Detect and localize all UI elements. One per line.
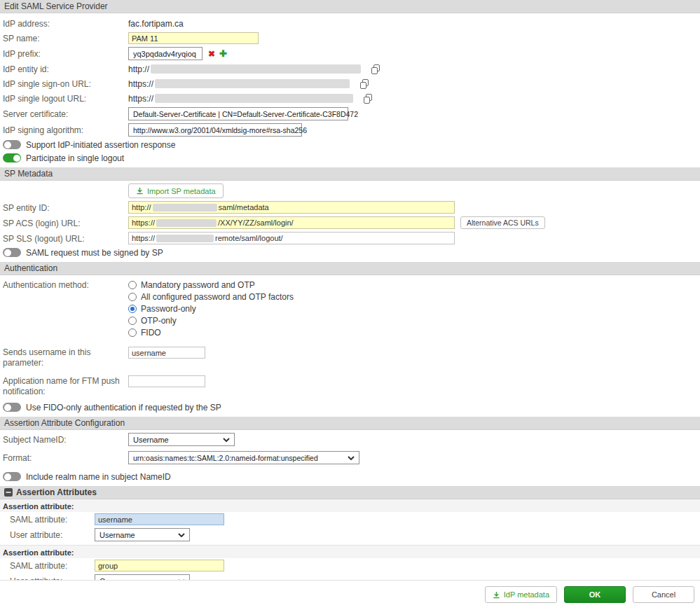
ftm-name-input[interactable] bbox=[128, 375, 205, 387]
copy-icon[interactable] bbox=[371, 64, 380, 74]
copy-icon[interactable] bbox=[363, 94, 373, 104]
redacted-idp-slo bbox=[155, 94, 353, 103]
username-param-row: Sends username in this parameter: bbox=[0, 344, 700, 370]
idp-prefix-label: IdP prefix: bbox=[3, 48, 128, 59]
idp-entity-row: IdP entity id: http:// bbox=[0, 62, 700, 76]
saml-attribute-row: SAML attribute: bbox=[0, 512, 700, 527]
idp-slo-row: IdP single logout URL: https:// bbox=[0, 91, 700, 106]
add-prefix-icon[interactable]: ✚ bbox=[219, 48, 227, 59]
single-logout-toggle-label: Participate in single logout bbox=[26, 153, 124, 163]
redacted-sp-sls bbox=[156, 235, 214, 242]
idp-initiated-toggle[interactable] bbox=[3, 140, 21, 149]
collapse-icon[interactable] bbox=[4, 488, 13, 497]
radio-icon[interactable] bbox=[128, 317, 137, 325]
sp-name-input[interactable] bbox=[128, 32, 259, 44]
sp-entity-label: SP entity ID: bbox=[3, 202, 128, 213]
radio-option[interactable]: All configured password and OTP factors bbox=[128, 291, 294, 303]
idp-signing-select[interactable]: http://www.w3.org/2001/04/xmldsig-more#r… bbox=[128, 123, 302, 137]
saml-signed-toggle[interactable] bbox=[3, 248, 21, 257]
authentication-section-title: Authentication bbox=[4, 263, 57, 273]
sp-entity-input[interactable]: http:// saml/metadata bbox=[128, 201, 455, 214]
ok-button[interactable]: OK bbox=[564, 586, 626, 603]
idp-address-label: IdP address: bbox=[3, 18, 128, 29]
single-logout-toggle[interactable] bbox=[3, 153, 21, 162]
server-cert-select[interactable]: Default-Server-Certificate | CN=Default-… bbox=[128, 107, 348, 120]
footer-bar: IdP metadata OK Cancel bbox=[0, 580, 700, 610]
nameid-format-select[interactable]: urn:oasis:names:tc:SAML:2.0:nameid-forma… bbox=[128, 451, 359, 464]
user-attribute-select[interactable]: Username bbox=[95, 528, 190, 541]
alternative-acs-urls-button[interactable]: Alternative ACS URLs bbox=[460, 216, 545, 229]
page-title-bar: Edit SAML Service Provider bbox=[0, 0, 700, 13]
sp-metadata-section-title: SP Metadata bbox=[4, 169, 53, 179]
idp-entity-prefix: http:// bbox=[128, 64, 149, 74]
copy-icon[interactable] bbox=[359, 79, 369, 89]
sp-acs-input[interactable]: https:// /XX/YY/ZZ/saml/login/ bbox=[128, 216, 455, 229]
idp-slo-label: IdP single logout URL: bbox=[3, 93, 128, 104]
subject-nameid-label: Subject NameID: bbox=[3, 434, 128, 445]
redacted-sp-entity bbox=[153, 204, 217, 212]
server-cert-row: Server certificate: Default-Server-Certi… bbox=[0, 106, 700, 122]
redacted-idp-entity bbox=[151, 64, 361, 74]
import-sp-metadata-button[interactable]: Import SP metadata bbox=[128, 183, 224, 198]
fido-only-toggle-label: Use FIDO-only authentication if requeste… bbox=[26, 403, 221, 413]
saml-attribute-input[interactable] bbox=[95, 513, 224, 525]
download-icon bbox=[136, 187, 144, 195]
realm-name-toggle-row: Include realm name in subject NameID bbox=[0, 470, 700, 483]
radio-option[interactable]: Mandatory password and OTP bbox=[128, 279, 294, 291]
assertion-config-section-bar: Assertion Attribute Configuration bbox=[0, 417, 700, 430]
auth-method-row: Authentication method: Mandatory passwor… bbox=[0, 277, 700, 340]
idp-initiated-toggle-label: Support IdP-initiated assertion response bbox=[26, 140, 175, 150]
username-param-input[interactable] bbox=[128, 347, 205, 359]
radio-icon-selected[interactable] bbox=[128, 305, 137, 313]
fido-only-toggle[interactable] bbox=[3, 403, 21, 412]
radio-option[interactable]: FIDO bbox=[128, 327, 294, 338]
auth-method-options: Mandatory password and OTP All configure… bbox=[128, 279, 294, 338]
idp-prefix-select[interactable]: yq3pqdadv4ryqioq bbox=[128, 47, 203, 60]
sp-sls-label: SP SLS (logout) URL: bbox=[3, 233, 128, 244]
auth-method-label: Authentication method: bbox=[3, 279, 128, 290]
sp-sls-input[interactable]: https:// remote/saml/logout/ bbox=[128, 232, 455, 244]
saml-attribute-label: SAML attribute: bbox=[10, 515, 95, 525]
nameid-format-selected: urn:oasis:names:tc:SAML:2.0:nameid-forma… bbox=[133, 454, 318, 462]
sp-entity-row: SP entity ID: http:// saml/metadata bbox=[0, 200, 700, 215]
realm-name-toggle[interactable] bbox=[3, 472, 21, 481]
radio-icon[interactable] bbox=[128, 328, 137, 337]
realm-name-toggle-label: Include realm name in subject NameID bbox=[26, 472, 171, 482]
user-attribute-selected: Username bbox=[99, 531, 135, 539]
sp-name-row: SP name: bbox=[0, 31, 700, 46]
saml-attribute-row: SAML attribute: bbox=[0, 558, 700, 573]
assertion-attributes-section-title: Assertion Attributes bbox=[16, 487, 97, 497]
radio-icon[interactable] bbox=[128, 281, 137, 289]
page-title: Edit SAML Service Provider bbox=[4, 1, 108, 11]
idp-signing-selected: http://www.w3.org/2001/04/xmldsig-more#r… bbox=[133, 126, 307, 134]
server-cert-label: Server certificate: bbox=[3, 109, 128, 119]
idp-address-value: fac.fortipam.ca bbox=[128, 19, 184, 29]
saml-signed-toggle-row: SAML request must be signed by SP bbox=[0, 246, 700, 259]
ftm-name-label: Application name for FTM push notificati… bbox=[3, 375, 128, 397]
saml-attribute-input[interactable] bbox=[95, 560, 224, 571]
subject-nameid-select[interactable]: Username bbox=[128, 433, 235, 446]
single-logout-toggle-row: Participate in single logout bbox=[0, 151, 700, 165]
delete-prefix-icon[interactable]: ✖ bbox=[208, 49, 215, 59]
idp-signing-row: IdP signing algorithm: http://www.w3.org… bbox=[0, 122, 700, 138]
assertion-attribute-group: Assertion attribute: SAML attribute: Use… bbox=[0, 499, 700, 546]
ftm-name-row: Application name for FTM push notificati… bbox=[0, 373, 700, 398]
username-param-label: Sends username in this parameter: bbox=[3, 347, 128, 368]
idp-prefix-selected: yq3pqdadv4ryqioq bbox=[133, 50, 196, 58]
nameid-format-label: Format: bbox=[3, 452, 128, 463]
user-attribute-label: User attribute: bbox=[10, 530, 95, 540]
nameid-format-row: Format: urn:oasis:names:tc:SAML:2.0:name… bbox=[0, 450, 700, 466]
sp-name-label: SP name: bbox=[3, 33, 128, 43]
sp-metadata-section-bar: SP Metadata bbox=[0, 167, 700, 181]
radio-icon[interactable] bbox=[128, 293, 137, 301]
idp-signing-label: IdP signing algorithm: bbox=[3, 125, 128, 135]
assertion-attributes-section-bar[interactable]: Assertion Attributes bbox=[0, 486, 700, 499]
idp-sso-row: IdP single sign-on URL: https:// bbox=[0, 76, 700, 91]
idp-slo-prefix: https:// bbox=[128, 94, 153, 104]
radio-option[interactable]: OTP-only bbox=[128, 315, 294, 326]
cancel-button[interactable]: Cancel bbox=[633, 586, 694, 603]
idp-metadata-button[interactable]: IdP metadata bbox=[485, 586, 557, 603]
idp-address-row: IdP address: fac.fortipam.ca bbox=[0, 16, 700, 31]
redacted-sp-acs bbox=[156, 219, 217, 227]
radio-option-selected[interactable]: Password-only bbox=[128, 303, 294, 314]
